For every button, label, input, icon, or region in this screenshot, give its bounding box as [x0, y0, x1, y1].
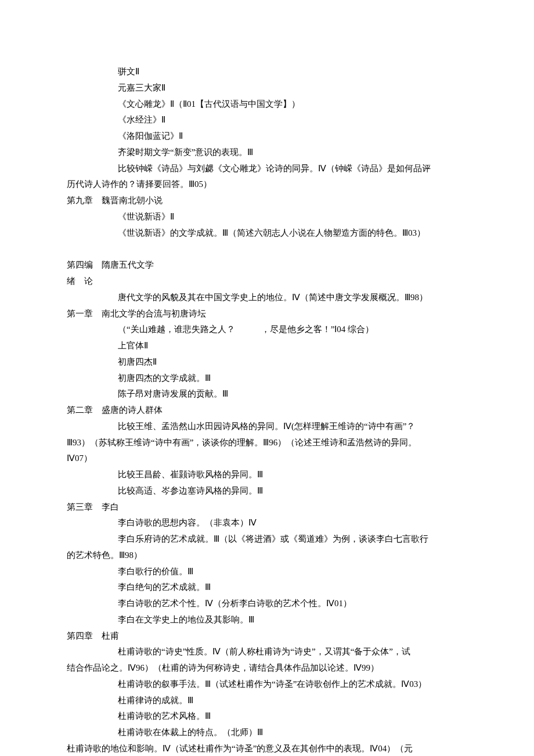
text-line: 李白在文学史上的地位及其影响。Ⅲ — [67, 612, 467, 628]
text-line: 《世说新语》的文学成就。Ⅲ（简述六朝志人小说在人物塑造方面的特色。Ⅲ03） — [67, 225, 467, 242]
text-line: 杜甫诗歌的“诗史”性质。Ⅳ（前人称杜甫诗为“诗史”，又谓其“备于众体”，试 — [67, 644, 467, 660]
text-line: 杜甫律诗的成就。Ⅲ — [67, 693, 467, 709]
text-line: 李白诗歌的思想内容。（非袁本）Ⅳ — [67, 515, 467, 531]
text-line: 第三章 李白 — [67, 499, 467, 516]
text-line: 比较王昌龄、崔颢诗歌风格的异同。Ⅲ — [67, 467, 467, 483]
text-line: Ⅲ93）（苏轼称王维诗“诗中有画”，谈谈你的理解。Ⅲ96）（论述王维诗和孟浩然诗… — [67, 435, 467, 451]
text-line: 杜甫诗歌的叙事手法。Ⅲ（试述杜甫作为“诗圣”在诗歌创作上的艺术成就。Ⅳ03） — [67, 676, 467, 693]
text-line: 齐梁时期文学“新变”意识的表现。Ⅲ — [67, 145, 467, 161]
text-line: 比较王维、孟浩然山水田园诗风格的异同。Ⅳ(怎样理解王维诗的“诗中有画”？ — [67, 419, 467, 435]
text-line: 初唐四杰Ⅱ — [67, 354, 467, 370]
text-line: 的艺术特色。Ⅲ98） — [67, 548, 467, 564]
text-line: 《洛阳伽蓝记》Ⅱ — [67, 128, 467, 145]
text-line: 骈文Ⅱ — [67, 64, 467, 80]
text-line: 绪 论 — [67, 273, 467, 290]
text-line: 《水经注》Ⅱ — [67, 112, 467, 128]
text-line: 《世说新语》Ⅱ — [67, 209, 467, 225]
text-line: 第四编 隋唐五代文学 — [67, 257, 467, 273]
text-line: 元嘉三大家Ⅱ — [67, 80, 467, 96]
text-line: （“关山难越，谁悲失路之人？ ，尽是他乡之客！”Ⅰ04 综合） — [67, 322, 467, 338]
text-line: 第四章 杜甫 — [67, 628, 467, 645]
text-line: 李白乐府诗的艺术成就。Ⅲ（以《将进酒》或《蜀道难》为例，谈谈李白七言歌行 — [67, 531, 467, 548]
text-line: 李白歌行的价值。Ⅲ — [67, 564, 467, 580]
text-line: 初唐四杰的文学成就。Ⅲ — [67, 370, 467, 387]
text-line: 第二章 盛唐的诗人群体 — [67, 402, 467, 419]
text-line: Ⅳ07） — [67, 451, 467, 467]
text-line: 比较钟嵘《诗品》与刘勰《文心雕龙》论诗的同异。Ⅳ（钟嵘《诗品》是如何品评 — [67, 161, 467, 177]
blank-line — [67, 241, 467, 257]
text-line: 杜甫诗歌在体裁上的特点。（北师）Ⅲ — [67, 725, 467, 741]
text-line: 杜甫诗歌的地位和影响。Ⅳ（试述杜甫作为“诗圣”的意义及在其创作中的表现。Ⅳ04）… — [67, 741, 467, 756]
document-body: 骈文Ⅱ元嘉三大家Ⅱ《文心雕龙》Ⅱ（Ⅱ01【古代汉语与中国文学】）《水经注》Ⅱ《洛… — [67, 64, 467, 756]
text-line: 历代诗人诗作的？请择要回答。Ⅲ05） — [67, 177, 467, 193]
text-line: 唐代文学的风貌及其在中国文学史上的地位。Ⅳ（简述中唐文学发展概况。Ⅲ98） — [67, 290, 467, 306]
text-line: 第九章 魏晋南北朝小说 — [67, 193, 467, 209]
text-line: 上官体Ⅱ — [67, 338, 467, 354]
text-line: 杜甫诗歌的艺术风格。Ⅲ — [67, 708, 467, 725]
text-line: 李白绝句的艺术成就。Ⅲ — [67, 579, 467, 596]
text-line: 结合作品论之。Ⅳ96）（杜甫的诗为何称诗史，请结合具体作品加以论述。Ⅳ99） — [67, 660, 467, 676]
text-line: 第一章 南北文学的合流与初唐诗坛 — [67, 306, 467, 322]
text-line: 李白诗歌的艺术个性。Ⅳ（分析李白诗歌的艺术个性。Ⅳ01） — [67, 596, 467, 612]
text-line: 比较高适、岑参边塞诗风格的异同。Ⅲ — [67, 483, 467, 499]
text-line: 陈子昂对唐诗发展的贡献。Ⅲ — [67, 386, 467, 402]
text-line: 《文心雕龙》Ⅱ（Ⅱ01【古代汉语与中国文学】） — [67, 96, 467, 113]
